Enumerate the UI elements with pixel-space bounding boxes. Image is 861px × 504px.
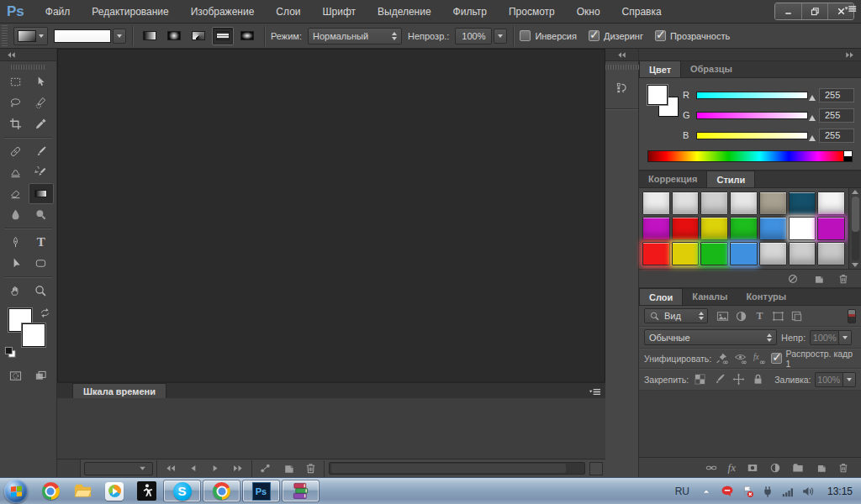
- tool-move[interactable]: [29, 71, 55, 92]
- brush-small-icon[interactable]: [711, 371, 727, 387]
- timeline-scrollbar[interactable]: [329, 462, 585, 475]
- tool-path-selection[interactable]: [3, 253, 29, 274]
- menu-help[interactable]: Справка: [611, 0, 673, 24]
- default-colors-icon[interactable]: [4, 346, 17, 359]
- menu-type[interactable]: Шрифт: [312, 0, 367, 24]
- opacity-arrow-button[interactable]: [494, 29, 507, 44]
- dock-header[interactable]: [639, 49, 861, 61]
- opacity-value[interactable]: 100%: [455, 28, 492, 45]
- layer-blend-mode-dropdown[interactable]: Обычные: [644, 329, 777, 345]
- menu-window[interactable]: Окно: [566, 0, 611, 24]
- style-swatch[interactable]: [817, 192, 845, 215]
- inversion-checkbox[interactable]: Инверсия: [520, 30, 577, 41]
- resize-corner[interactable]: [589, 462, 603, 475]
- black-swatch[interactable]: [844, 156, 852, 161]
- layers-list[interactable]: [639, 391, 861, 457]
- gradient-sample[interactable]: [54, 29, 111, 43]
- tool-eraser[interactable]: [3, 183, 29, 204]
- rewind-icon[interactable]: [159, 460, 182, 477]
- swap-colors-icon[interactable]: [39, 307, 51, 319]
- style-swatch[interactable]: [759, 217, 787, 240]
- fx-link-icon[interactable]: fx: [751, 350, 767, 366]
- channel-value-field[interactable]: 255: [819, 129, 854, 143]
- tool-brush[interactable]: [29, 141, 55, 162]
- mask-icon[interactable]: [747, 462, 758, 474]
- trash-icon[interactable]: [299, 460, 322, 477]
- tools-panel-header[interactable]: [0, 49, 56, 61]
- winrar-taskbar-button[interactable]: [282, 480, 320, 502]
- channel-slider[interactable]: [696, 112, 808, 119]
- tab-color[interactable]: Цвет: [639, 60, 681, 77]
- style-swatch[interactable]: [759, 192, 787, 215]
- tool-blur[interactable]: [3, 204, 29, 225]
- type-small-icon[interactable]: T: [752, 308, 768, 324]
- style-swatch[interactable]: [672, 242, 700, 265]
- style-swatch[interactable]: [730, 192, 758, 215]
- scroll-up-icon[interactable]: [852, 190, 858, 194]
- tool-clone-stamp[interactable]: [3, 162, 29, 183]
- prev-frame-icon[interactable]: [182, 460, 204, 477]
- scroll-down-icon[interactable]: [852, 263, 858, 267]
- red-notify-icon[interactable]: [721, 485, 734, 498]
- network-icon[interactable]: [781, 485, 795, 498]
- slider-thumb-icon[interactable]: [809, 95, 816, 101]
- trash-icon[interactable]: [837, 273, 849, 285]
- tool-pen[interactable]: [3, 232, 29, 253]
- tool-type[interactable]: T: [29, 232, 55, 253]
- gradient-picker-arrow-button[interactable]: [113, 29, 126, 44]
- transparency-checkbox[interactable]: Прозрачность: [655, 30, 730, 41]
- slider-thumb-icon[interactable]: [809, 115, 816, 121]
- shape-small-icon[interactable]: [770, 308, 786, 324]
- tool-dodge[interactable]: [29, 204, 55, 225]
- background-color-swatch[interactable]: [22, 323, 45, 347]
- tool-gradient[interactable]: [29, 183, 55, 204]
- menu-edit[interactable]: Редактирование: [81, 0, 179, 24]
- screen-mode-button[interactable]: [29, 365, 55, 386]
- tool-eyedropper[interactable]: [29, 113, 55, 134]
- tool-zoom[interactable]: [29, 281, 55, 302]
- power-icon[interactable]: [761, 485, 774, 498]
- layer-fill-dropdown[interactable]: 100%: [815, 372, 856, 387]
- restore-button[interactable]: [801, 3, 827, 19]
- panel-menu-icon[interactable]: [589, 386, 601, 398]
- explorer-pinned-button[interactable]: [66, 479, 98, 504]
- layer-opacity-dropdown[interactable]: 100%: [810, 330, 852, 345]
- adjust-icon[interactable]: [733, 308, 749, 324]
- foreground-color-swatch[interactable]: [647, 85, 668, 105]
- panel-menu-icon[interactable]: [844, 3, 857, 15]
- channel-slider[interactable]: [696, 132, 808, 139]
- smart-object-icon[interactable]: [789, 308, 805, 324]
- channel-value-field[interactable]: 255: [819, 108, 854, 123]
- options-grip[interactable]: [2, 25, 8, 47]
- linear-gradient-button[interactable]: [139, 27, 161, 45]
- tool-lasso[interactable]: [3, 92, 29, 113]
- channel-value-field[interactable]: 255: [819, 88, 854, 102]
- checker-icon[interactable]: [692, 371, 708, 387]
- style-swatch[interactable]: [730, 217, 758, 240]
- dither-checkbox[interactable]: Дизеринг: [589, 30, 643, 41]
- counter-strike-pinned-button[interactable]: [130, 479, 162, 504]
- tool-history-brush[interactable]: [29, 162, 55, 183]
- style-swatch[interactable]: [642, 242, 670, 265]
- chrome-pinned-button[interactable]: [34, 479, 66, 504]
- style-swatch[interactable]: [730, 242, 758, 265]
- canvas[interactable]: [57, 49, 605, 381]
- drag-grip[interactable]: [605, 65, 641, 70]
- tab-timeline[interactable]: Шкала времени: [72, 383, 166, 398]
- tool-preset-dropdown[interactable]: [13, 27, 48, 45]
- image-icon[interactable]: [715, 308, 731, 324]
- play-icon[interactable]: [204, 460, 227, 477]
- scrollbar-thumb[interactable]: [852, 197, 859, 232]
- new-frame-icon[interactable]: [277, 460, 299, 477]
- volume-icon[interactable]: [801, 485, 815, 498]
- scrollbar-thumb[interactable]: [331, 464, 566, 473]
- language-indicator[interactable]: RU: [673, 486, 692, 497]
- style-swatch[interactable]: [642, 192, 670, 215]
- tab-layers[interactable]: Слои: [639, 288, 683, 305]
- folder-icon[interactable]: [792, 462, 804, 474]
- tab-styles[interactable]: Стили: [706, 171, 755, 187]
- style-swatch[interactable]: [789, 242, 816, 265]
- lock-icon[interactable]: [750, 371, 766, 387]
- menu-layers[interactable]: Слои: [265, 0, 311, 24]
- propagate-checkbox[interactable]: [771, 353, 781, 364]
